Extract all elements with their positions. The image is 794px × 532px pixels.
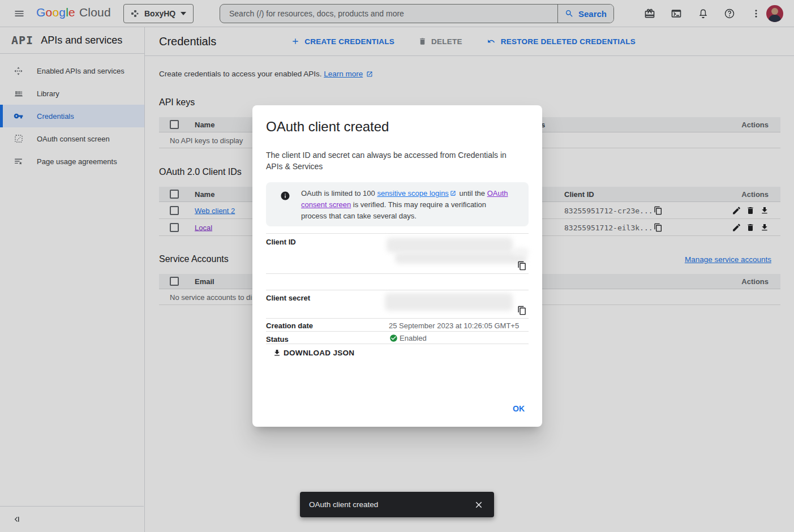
status-value: Enabled <box>400 334 427 342</box>
info-text-1: OAuth is limited to 100 <box>301 189 377 198</box>
copy-client-secret-icon[interactable] <box>517 306 527 315</box>
check-circle-icon <box>389 334 398 342</box>
download-json-label: DOWNLOAD JSON <box>284 349 354 357</box>
creation-date-label: Creation date <box>266 321 313 330</box>
status-badge: Enabled <box>389 334 427 342</box>
divider <box>266 290 529 290</box>
client-id-redacted-value <box>387 238 513 252</box>
sensitive-scope-logins-link[interactable]: sensitive scope logins <box>377 189 448 198</box>
client-id-label: Client ID <box>266 238 296 246</box>
dialog-title: OAuth client created <box>266 119 389 135</box>
download-json-button[interactable]: DOWNLOAD JSON <box>273 349 354 357</box>
toast-close-icon[interactable] <box>474 500 484 510</box>
external-link-icon <box>450 190 456 196</box>
toast-message: OAuth client created <box>309 500 474 509</box>
download-icon <box>273 349 281 357</box>
oauth-client-created-dialog: OAuth client created The client ID and s… <box>252 105 542 427</box>
client-secret-label: Client secret <box>266 294 310 302</box>
dialog-body-text: The client ID and secret can always be a… <box>266 149 515 172</box>
info-banner: OAuth is limited to 100 sensitive scope … <box>266 182 529 226</box>
copy-client-id-icon[interactable] <box>517 261 527 271</box>
info-text-2: until the <box>457 189 487 198</box>
divider <box>266 273 529 274</box>
divider <box>266 331 529 332</box>
client-secret-redacted-value <box>385 293 513 311</box>
divider <box>266 344 529 344</box>
divider <box>266 233 529 234</box>
divider <box>266 318 529 319</box>
ok-button[interactable]: OK <box>509 402 528 415</box>
client-id-redacted-value <box>395 252 526 264</box>
creation-date-value: 25 September 2023 at 10:26:05 GMT+5 <box>389 321 519 330</box>
status-label: Status <box>266 335 289 344</box>
info-banner-text: OAuth is limited to 100 sensitive scope … <box>301 188 509 222</box>
client-id-redacted-value <box>512 248 529 256</box>
info-icon <box>280 191 290 201</box>
toast-snackbar: OAuth client created <box>300 492 494 517</box>
